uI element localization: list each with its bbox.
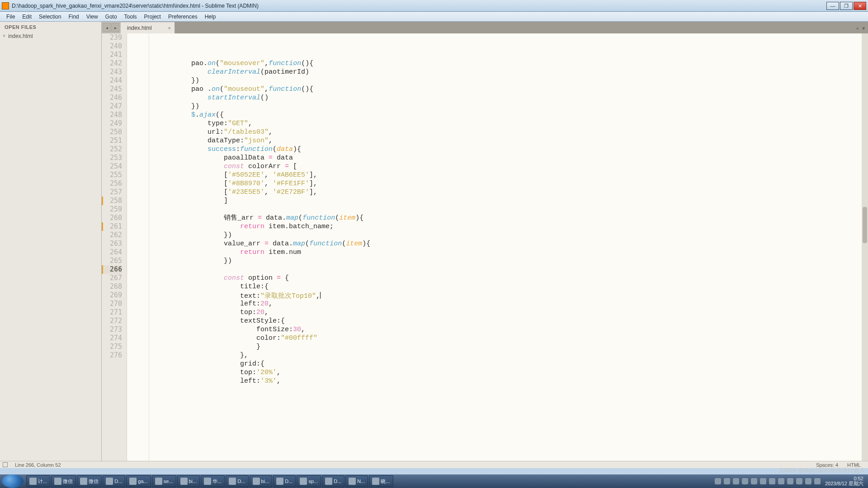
line-number[interactable]: 249 [102, 119, 122, 128]
line-number[interactable]: 240 [102, 42, 122, 51]
taskbar-app[interactable]: D... [226, 475, 248, 487]
code-line[interactable]: color:"#00ffff" [134, 334, 868, 343]
status-language[interactable]: HTML [843, 462, 865, 468]
code-line[interactable]: ] [134, 197, 868, 205]
tray-icon[interactable] [715, 478, 721, 484]
menu-help[interactable]: Help [201, 12, 220, 21]
line-number[interactable]: 262 [102, 231, 122, 239]
maximize-button[interactable]: ❐ [840, 2, 853, 10]
tray-icon[interactable] [787, 478, 793, 484]
line-number[interactable]: 254 [102, 162, 122, 171]
line-number[interactable]: 269 [102, 291, 122, 300]
taskbar-app[interactable]: 华... [201, 475, 225, 487]
taskbar-app[interactable]: sp... [297, 475, 321, 487]
code-line[interactable]: top:20, [134, 308, 868, 317]
code-line[interactable] [134, 265, 868, 274]
new-tab-button[interactable]: ＋ ▾ [854, 24, 865, 33]
code-line[interactable]: url:"/tables03", [134, 128, 868, 136]
line-number[interactable]: 253 [102, 154, 122, 162]
code-line[interactable]: pao .on("mouseout",function(){ [134, 85, 868, 94]
code-line[interactable]: ['#23E5E5', '#2E72BF'], [134, 188, 868, 197]
line-number[interactable]: 267 [102, 274, 122, 282]
code-line[interactable]: ['#8B8970', '#FFE1FF'], [134, 179, 868, 188]
code-line[interactable] [134, 205, 868, 214]
line-number[interactable]: 268 [102, 282, 122, 291]
line-number[interactable]: 258 [102, 197, 122, 205]
menu-preferences[interactable]: Preferences [165, 12, 201, 21]
line-number[interactable]: 244 [102, 76, 122, 85]
code-line[interactable]: value_arr = data.map(function(item){ [134, 239, 868, 248]
code-line[interactable]: left:20, [134, 300, 868, 308]
line-number[interactable]: 252 [102, 145, 122, 154]
tray-icon[interactable] [733, 478, 739, 484]
taskbar-app[interactable]: N... [345, 475, 368, 487]
code-line[interactable]: dataType:"json", [134, 136, 868, 145]
menu-view[interactable]: View [83, 12, 102, 21]
code-line[interactable]: } [134, 343, 868, 351]
taskbar-app[interactable]: 晓... [369, 475, 393, 487]
line-number[interactable]: 242 [102, 59, 122, 68]
line-number[interactable]: 257 [102, 188, 122, 197]
code-line[interactable]: ['#5052EE', '#AB6EE5'], [134, 171, 868, 179]
code-content[interactable]: pao.on("mouseover",function(){ clearInte… [133, 33, 868, 467]
code-line[interactable]: left:'3%', [134, 377, 868, 385]
line-number[interactable]: 270 [102, 300, 122, 308]
menu-edit[interactable]: Edit [19, 12, 35, 21]
tab-next-button[interactable]: ▸ [111, 23, 119, 32]
code-line[interactable]: top:'20%', [134, 368, 868, 377]
taskbar-clock[interactable]: 0:52 2023/8/12 星期六 [823, 476, 863, 486]
line-number[interactable]: 246 [102, 94, 122, 102]
code-line[interactable]: }) [134, 257, 868, 265]
tray-icon[interactable] [769, 478, 775, 484]
menu-project[interactable]: Project [141, 12, 165, 21]
menu-selection[interactable]: Selection [35, 12, 65, 21]
taskbar-app[interactable]: D... [103, 475, 125, 487]
tray-icon[interactable] [796, 478, 802, 484]
line-number[interactable]: 251 [102, 136, 122, 145]
line-number[interactable]: 260 [102, 214, 122, 222]
code-line[interactable]: const option = { [134, 274, 868, 282]
code-line[interactable]: return item.num [134, 248, 868, 257]
code-line[interactable]: const colorArr = [ [134, 162, 868, 171]
line-number[interactable]: 271 [102, 308, 122, 317]
line-number[interactable]: 273 [102, 325, 122, 334]
taskbar-app[interactable]: 微信 [51, 475, 76, 487]
code-line[interactable]: }) [134, 231, 868, 239]
code-line[interactable]: clearInterval(paotimerId) [134, 68, 868, 76]
code-line[interactable]: return item.batch_name; [134, 222, 868, 231]
line-number[interactable]: 265 [102, 257, 122, 265]
taskbar-app[interactable]: 微信 [77, 475, 102, 487]
line-number[interactable]: 248 [102, 111, 122, 119]
line-number[interactable]: 256 [102, 179, 122, 188]
tray-icon[interactable] [742, 478, 748, 484]
line-number[interactable]: 247 [102, 102, 122, 111]
code-line[interactable]: 销售_arr = data.map(function(item){ [134, 214, 868, 222]
open-file[interactable]: ×index.html [0, 32, 101, 41]
taskbar-app[interactable]: bi... [250, 475, 273, 487]
line-number[interactable]: 245 [102, 85, 122, 94]
tray-icon[interactable] [760, 478, 766, 484]
taskbar-app[interactable]: D... [322, 475, 344, 487]
code-line[interactable]: fontSize:30, [134, 325, 868, 334]
code-line[interactable]: }) [134, 76, 868, 85]
taskbar-app[interactable]: 计... [26, 475, 50, 487]
line-number[interactable]: 266 [102, 265, 122, 274]
line-number[interactable]: 275 [102, 343, 122, 351]
menu-tools[interactable]: Tools [121, 12, 141, 21]
start-button[interactable] [2, 474, 24, 488]
tab-close-icon[interactable]: × [168, 25, 171, 31]
line-number[interactable]: 250 [102, 128, 122, 136]
taskbar-app[interactable]: D... [273, 475, 296, 487]
code-line[interactable]: }) [134, 102, 868, 111]
code-line[interactable]: success:function(data){ [134, 145, 868, 154]
line-number[interactable]: 261 [102, 222, 122, 231]
line-number[interactable]: 272 [102, 317, 122, 325]
code-line[interactable]: $.ajax({ [134, 111, 868, 119]
tray-icon[interactable] [778, 478, 784, 484]
line-number[interactable]: 263 [102, 239, 122, 248]
line-number[interactable]: 255 [102, 171, 122, 179]
tray-icon[interactable] [805, 478, 811, 484]
taskbar-app[interactable]: bi... [177, 475, 200, 487]
code-line[interactable]: text:"录取批次Top10", [134, 291, 868, 300]
status-spaces[interactable]: Spaces: 4 [811, 462, 843, 468]
